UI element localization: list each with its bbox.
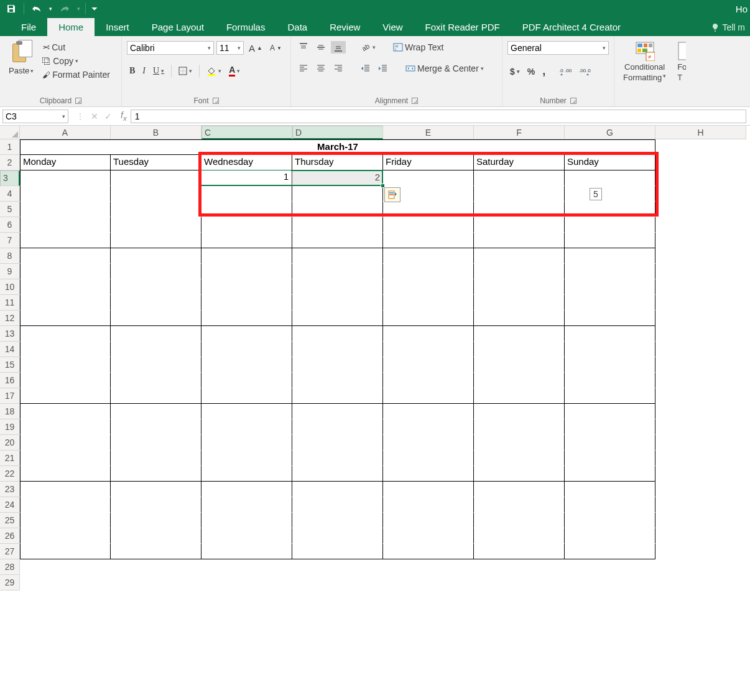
cell-D8[interactable] (292, 248, 383, 264)
row-header-16[interactable]: 16 (0, 373, 20, 388)
cell-C27[interactable] (201, 544, 292, 559)
cell-F27[interactable] (474, 544, 565, 559)
cell-A5[interactable] (20, 202, 111, 217)
cell-F26[interactable] (474, 528, 565, 544)
number-dialog-launcher[interactable] (570, 98, 576, 104)
cell-G19[interactable] (565, 419, 655, 435)
cell-E8[interactable] (383, 248, 474, 264)
cell-B13[interactable] (111, 326, 201, 342)
row-header-4[interactable]: 4 (0, 186, 20, 202)
cell-F3[interactable] (474, 170, 565, 186)
cell-E21[interactable] (383, 450, 474, 466)
row-header-13[interactable]: 13 (0, 326, 20, 342)
cell-F25[interactable] (474, 513, 565, 528)
row-header-9[interactable]: 9 (0, 264, 20, 279)
cell-C13[interactable] (201, 326, 292, 342)
cell-G5[interactable] (565, 202, 655, 217)
cell-G2[interactable]: Sunday (565, 155, 655, 170)
row-header-10[interactable]: 10 (0, 279, 20, 295)
cell-B22[interactable] (111, 466, 201, 482)
row-header-28[interactable]: 28 (0, 559, 20, 575)
cell-C9[interactable] (201, 264, 292, 279)
cell-C23[interactable] (201, 482, 292, 497)
cell-F15[interactable] (474, 357, 565, 373)
cell-C4[interactable] (201, 186, 292, 202)
autofill-options-button[interactable] (384, 187, 400, 202)
row-header-1[interactable]: 1 (0, 139, 20, 155)
row-header-12[interactable]: 12 (0, 310, 20, 326)
cell-G23[interactable] (565, 482, 655, 497)
cell-G7[interactable] (565, 233, 655, 248)
formula-input[interactable]: 1 (131, 110, 746, 123)
tab-home[interactable]: Home (47, 18, 95, 36)
col-header-H[interactable]: H (655, 126, 746, 139)
row-header-15[interactable]: 15 (0, 357, 20, 373)
cell-G8[interactable] (565, 248, 655, 264)
tab-formulas[interactable]: Formulas (215, 18, 277, 36)
cell-B19[interactable] (111, 419, 201, 435)
tab-file[interactable]: File (10, 18, 47, 36)
cell-D10[interactable] (292, 279, 383, 295)
percent-format-button[interactable]: % (525, 65, 537, 78)
row-header-7[interactable]: 7 (0, 233, 20, 248)
cell-B23[interactable] (111, 482, 201, 497)
cell-C7[interactable] (201, 233, 292, 248)
cell-C12[interactable] (201, 310, 292, 326)
cell-G22[interactable] (565, 466, 655, 482)
cell-D23[interactable] (292, 482, 383, 497)
tab-data[interactable]: Data (276, 18, 318, 36)
col-header-E[interactable]: E (383, 126, 474, 139)
cell-D9[interactable] (292, 264, 383, 279)
cell-A11[interactable] (20, 295, 111, 310)
paste-button[interactable]: Paste▾ (5, 39, 37, 77)
cell-F24[interactable] (474, 497, 565, 513)
cell-E24[interactable] (383, 497, 474, 513)
cell-G15[interactable] (565, 357, 655, 373)
cell-C18[interactable] (201, 404, 292, 419)
align-top-icon[interactable] (296, 41, 311, 54)
cell-A7[interactable] (20, 233, 111, 248)
cell-A19[interactable] (20, 419, 111, 435)
cell-F20[interactable] (474, 435, 565, 450)
cell-E18[interactable] (383, 404, 474, 419)
row-header-19[interactable]: 19 (0, 419, 20, 435)
cell-F4[interactable] (474, 186, 565, 202)
number-format-select[interactable]: General▾ (507, 41, 609, 55)
increase-indent-icon[interactable] (376, 63, 391, 74)
cell-B27[interactable] (111, 544, 201, 559)
cell-A10[interactable] (20, 279, 111, 295)
cell-C8[interactable] (201, 248, 292, 264)
cell-B18[interactable] (111, 404, 201, 419)
cell-E13[interactable] (383, 326, 474, 342)
cell-B6[interactable] (111, 217, 201, 233)
cell-A12[interactable] (20, 310, 111, 326)
cell-B21[interactable] (111, 450, 201, 466)
cell-C25[interactable] (201, 513, 292, 528)
cell-E19[interactable] (383, 419, 474, 435)
cell-E25[interactable] (383, 513, 474, 528)
cell-B7[interactable] (111, 233, 201, 248)
alignment-dialog-launcher[interactable] (412, 98, 418, 104)
cell-A4[interactable] (20, 186, 111, 202)
cell-B12[interactable] (111, 310, 201, 326)
tab-page-layout[interactable]: Page Layout (141, 18, 215, 36)
cut-button[interactable]: Cut (40, 41, 113, 54)
clipboard-dialog-launcher[interactable] (75, 98, 81, 104)
row-header-3[interactable]: 3 (0, 170, 20, 186)
cell-F5[interactable] (474, 202, 565, 217)
copy-button[interactable]: Copy ▾ (40, 55, 113, 67)
save-icon[interactable] (4, 1, 19, 16)
row-header-8[interactable]: 8 (0, 248, 20, 264)
cell-C21[interactable] (201, 450, 292, 466)
fx-icon[interactable]: fx (117, 110, 131, 122)
cell-C22[interactable] (201, 466, 292, 482)
enter-icon[interactable]: ✓ (104, 111, 112, 121)
col-header-C[interactable]: C (201, 126, 292, 139)
cell-E20[interactable] (383, 435, 474, 450)
cell-F8[interactable] (474, 248, 565, 264)
cell-E7[interactable] (383, 233, 474, 248)
cell-G6[interactable] (565, 217, 655, 233)
orientation-button[interactable]: ab▾ (358, 41, 378, 54)
cell-F9[interactable] (474, 264, 565, 279)
tab-pdf-architect[interactable]: PDF Architect 4 Creator (511, 18, 632, 36)
